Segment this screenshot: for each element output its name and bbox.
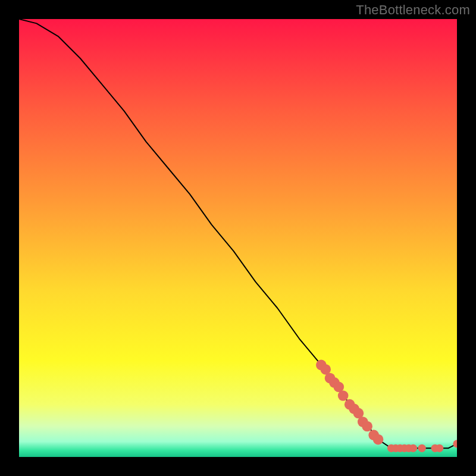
chart-frame: TheBottleneck.com	[0, 0, 476, 476]
svg-rect-0	[19, 19, 457, 457]
plot-area	[19, 19, 457, 457]
background-gradient	[19, 19, 457, 457]
attribution-label: TheBottleneck.com	[356, 2, 470, 18]
